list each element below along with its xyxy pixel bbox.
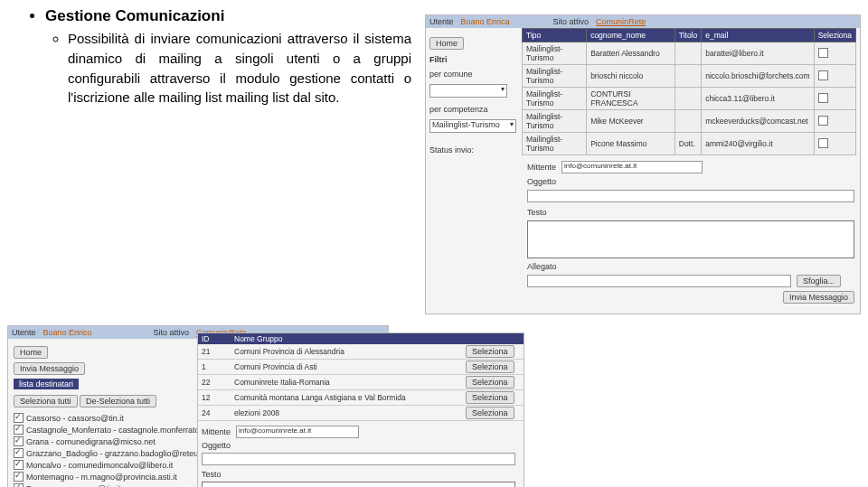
table-row: Mailinglist-Turismobrioschi niccolonicco… <box>523 65 856 88</box>
filtri-label: Filtri <box>429 55 518 64</box>
oggetto-label: Oggetto <box>527 177 556 186</box>
row-checkbox[interactable] <box>818 93 828 103</box>
dest-checkbox[interactable] <box>14 472 24 482</box>
mittente-input[interactable]: info@comuninrete.at.it <box>561 161 703 173</box>
oggetto-label: Oggetto <box>202 441 231 450</box>
dest-checkbox[interactable] <box>14 483 24 487</box>
sfoglia-button[interactable]: Sfoglia... <box>797 275 841 287</box>
utente-label: Utente <box>12 328 36 337</box>
table-row: 12Comunità montana Langa Astigiana e Val… <box>198 390 524 406</box>
table-header-row: Tipo cognome_nome Titolo e_mail Selezion… <box>523 29 856 42</box>
oggetto-input[interactable] <box>527 190 854 202</box>
home-button[interactable]: Home <box>14 346 48 359</box>
select-all-button[interactable]: Seleziona tutti <box>14 395 78 407</box>
dest-checkbox[interactable] <box>14 425 24 435</box>
side-filters: Home Filtri per comune per competenza Ma… <box>426 28 522 309</box>
table-row: Mailinglist-TurismoMike McKeevermckeever… <box>523 110 856 133</box>
utente-value: Boano Enrico <box>43 328 92 337</box>
message-form: Mittenteinfo@comuninrete.at.it Oggetto T… <box>522 155 860 309</box>
table-row: 1Comuni Provincia di AstiSeleziona <box>198 360 524 375</box>
group-message-form: Mittenteinfo@comuninrete.at.it Oggetto T… <box>198 421 524 487</box>
groups-table: ID Nome Gruppo 21Comuni Provincia di Ale… <box>198 333 524 421</box>
mittente-input[interactable]: info@comuninrete.at.it <box>236 426 359 438</box>
utente-value: Boano Enrica <box>461 17 510 26</box>
row-checkbox[interactable] <box>818 70 828 80</box>
table-row: 24elezioni 2008Seleziona <box>198 406 524 421</box>
dest-checkbox[interactable] <box>14 436 24 446</box>
deselect-all-button[interactable]: De-Seleziona tutti <box>80 395 156 407</box>
dest-checkbox[interactable] <box>14 413 24 423</box>
table-row: 21Comuni Provincia di AlessandriaSelezio… <box>198 344 524 360</box>
section-paragraph: Possibilità di inviare comunicazioni att… <box>68 29 411 108</box>
per-comp-select[interactable]: Mailinglist-Turismo <box>429 119 516 133</box>
testo-label: Testo <box>527 208 547 217</box>
table-row: 22Comuninrete Italia-RomaniaSeleziona <box>198 375 524 390</box>
allegato-label: Allegato <box>527 262 557 271</box>
per-comune-label: per comune <box>429 70 518 79</box>
testo-label: Testo <box>202 470 222 479</box>
row-checkbox[interactable] <box>818 116 828 126</box>
row-checkbox[interactable] <box>818 138 828 148</box>
lista-destinatari-header: lista destinatari <box>14 379 79 389</box>
testo-textarea[interactable] <box>202 482 515 487</box>
contacts-table: Tipo cognome_nome Titolo e_mail Selezion… <box>522 28 856 155</box>
table-header-row: ID Nome Gruppo <box>198 333 524 344</box>
invia-button[interactable]: Invia Messaggio <box>14 362 85 375</box>
table-row: Mailinglist-TurismoCONTURSI FRANCESCAchi… <box>523 88 856 110</box>
row-checkbox[interactable] <box>818 48 828 58</box>
groups-panel: ID Nome Gruppo 21Comuni Provincia di Ale… <box>197 332 524 487</box>
per-comp-label: per competenza <box>429 105 518 114</box>
sito-label: Sito attivo <box>553 17 590 26</box>
sito-value: ComuninRete <box>596 17 646 26</box>
seleziona-button[interactable]: Seleziona <box>466 391 514 404</box>
utente-label: Utente <box>429 17 454 26</box>
seleziona-button[interactable]: Seleziona <box>466 361 514 373</box>
per-comune-select[interactable] <box>429 84 507 98</box>
mittente-label: Mittente <box>202 427 231 436</box>
mittente-label: Mittente <box>527 163 556 172</box>
dest-checkbox[interactable] <box>14 460 24 470</box>
dest-checkbox[interactable] <box>14 448 24 458</box>
oggetto-input[interactable] <box>202 453 515 465</box>
testo-textarea[interactable] <box>527 220 854 258</box>
table-row: Mailinglist-TurismoBaratteri Alessandrob… <box>523 42 856 65</box>
home-button[interactable]: Home <box>429 37 464 50</box>
panel-header: Utente Boano Enrica Sito attivo ComuninR… <box>426 15 860 28</box>
sito-label: Sito attivo <box>154 328 190 337</box>
table-row: Mailinglist-TurismoPicone MassimoDott.am… <box>523 133 856 155</box>
invia-button[interactable]: Invia Messaggio <box>783 291 854 304</box>
seleziona-button[interactable]: Seleziona <box>466 345 514 358</box>
mailing-contacts-panel: Utente Boano Enrica Sito attivo ComuninR… <box>425 14 861 314</box>
status-label: Status invio: <box>429 145 518 155</box>
seleziona-button[interactable]: Seleziona <box>466 407 514 419</box>
allegato-input[interactable] <box>527 275 791 287</box>
seleziona-button[interactable]: Seleziona <box>466 376 514 389</box>
